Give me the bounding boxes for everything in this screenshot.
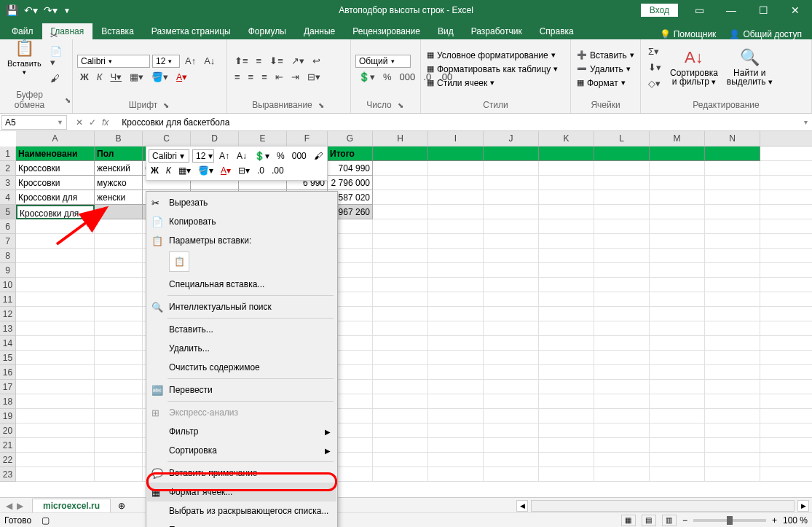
decrease-font-icon[interactable]: A↓ [201, 54, 218, 68]
row-header[interactable]: 6 [0, 219, 16, 234]
cell[interactable] [95, 365, 143, 380]
cell[interactable] [428, 453, 484, 467]
cell[interactable] [594, 219, 650, 234]
mini-bold-button[interactable]: Ж [149, 164, 161, 177]
cell[interactable] [373, 336, 428, 351]
number-launcher-icon[interactable]: ⬊ [396, 101, 405, 109]
font-name-combo[interactable]: Calibri ▾ [77, 55, 150, 68]
cell[interactable] [95, 453, 143, 467]
align-middle-icon[interactable]: ≡ [253, 54, 265, 68]
cell[interactable] [373, 278, 428, 292]
cell[interactable] [373, 292, 428, 307]
cell[interactable] [484, 147, 539, 161]
new-sheet-icon[interactable]: ⊕ [111, 501, 133, 511]
cell[interactable] [539, 351, 594, 365]
menu-define-name[interactable]: Присвоить имя... [147, 520, 336, 527]
cell[interactable] [650, 394, 705, 409]
cell[interactable] [428, 365, 484, 380]
cell[interactable] [95, 438, 143, 453]
column-headers[interactable]: ABCDEFGHIJKLMN [16, 131, 812, 147]
cell[interactable] [95, 278, 143, 292]
cell[interactable] [373, 307, 428, 321]
cell[interactable] [594, 249, 650, 263]
clipboard-launcher-icon[interactable]: ⬊ [63, 96, 72, 104]
cell[interactable] [539, 380, 594, 394]
cell[interactable] [594, 205, 650, 219]
column-header[interactable]: H [373, 131, 428, 146]
find-select-button[interactable]: 🔍 Найти ивыделить ▾ [724, 39, 776, 95]
cell[interactable] [428, 336, 484, 351]
cell[interactable] [95, 307, 143, 321]
menu-sort[interactable]: Сортировка▶ [147, 441, 336, 460]
cell[interactable] [705, 438, 760, 453]
cell[interactable] [539, 336, 594, 351]
orientation-icon[interactable]: ↗▾ [288, 54, 307, 68]
cell[interactable] [95, 263, 143, 278]
cell[interactable] [428, 161, 484, 176]
row-header[interactable]: 10 [0, 278, 16, 292]
cell[interactable] [373, 190, 428, 205]
cell[interactable]: Итого [328, 147, 373, 161]
sheet-nav-next-icon[interactable]: ▶ [17, 501, 23, 511]
menu-clear[interactable]: Очистить содержимое [147, 358, 336, 377]
cell[interactable]: Пол [95, 147, 143, 161]
cell[interactable] [373, 147, 428, 161]
autosum-icon[interactable]: Σ▾ [645, 44, 664, 58]
cell[interactable] [484, 176, 539, 190]
cell[interactable] [16, 292, 95, 307]
cell[interactable] [428, 278, 484, 292]
cancel-icon[interactable]: ✕ [76, 117, 83, 128]
cell[interactable] [594, 409, 650, 423]
tab-insert[interactable]: Вставка [92, 23, 143, 39]
row-header[interactable]: 15 [0, 351, 16, 365]
cell[interactable] [373, 263, 428, 278]
cell[interactable]: Кроссовки [16, 161, 95, 176]
row-header[interactable]: 1 [0, 147, 16, 161]
cell[interactable] [650, 278, 705, 292]
row-header[interactable]: 7 [0, 234, 16, 249]
menu-smart-lookup[interactable]: 🔍Интеллектуальный поиск [147, 297, 336, 316]
cell[interactable] [594, 190, 650, 205]
cell[interactable] [16, 380, 95, 394]
cell[interactable] [705, 336, 760, 351]
mini-percent-icon[interactable]: % [275, 149, 287, 163]
sign-in-button[interactable]: Вход [641, 4, 678, 17]
cell[interactable] [95, 380, 143, 394]
mini-italic-button[interactable]: К [164, 164, 173, 177]
cell[interactable] [16, 409, 95, 423]
row-header[interactable]: 2 [0, 161, 16, 176]
alignment-launcher-icon[interactable]: ⬊ [317, 101, 326, 109]
cell[interactable] [650, 321, 705, 336]
cell[interactable] [428, 351, 484, 365]
cell[interactable] [373, 467, 428, 482]
menu-format-cells[interactable]: ▦Формат ячеек... [147, 483, 336, 501]
cell[interactable] [373, 249, 428, 263]
cell[interactable]: 2 796 000 [328, 176, 373, 190]
sort-filter-button[interactable]: A↓ Сортировкаи фильтр ▾ [667, 39, 721, 95]
cell[interactable] [373, 161, 428, 176]
cell[interactable] [95, 205, 143, 219]
cell[interactable] [16, 234, 95, 249]
cell[interactable] [16, 423, 95, 438]
cell[interactable] [594, 438, 650, 453]
cell[interactable] [650, 336, 705, 351]
mini-inc-decimal-icon[interactable]: .0 [255, 164, 267, 177]
cell[interactable]: Кроссовки [16, 176, 95, 190]
bold-button[interactable]: Ж [77, 70, 92, 84]
cell[interactable] [650, 423, 705, 438]
cell[interactable] [705, 467, 760, 482]
align-left-icon[interactable]: ≡ [232, 70, 243, 84]
cell[interactable] [428, 292, 484, 307]
conditional-formatting-button[interactable]: ▦ Условное форматирование ▾ [425, 50, 559, 61]
mini-borders-icon[interactable]: ▦▾ [176, 164, 193, 177]
cell[interactable] [594, 365, 650, 380]
cell[interactable] [705, 423, 760, 438]
column-header[interactable]: J [484, 131, 539, 146]
cell[interactable] [650, 234, 705, 249]
cell[interactable] [650, 147, 705, 161]
cell[interactable] [428, 205, 484, 219]
cell[interactable] [484, 336, 539, 351]
mini-size-combo[interactable]: 12▾ [192, 149, 214, 163]
mini-font-color-icon[interactable]: A▾ [218, 164, 233, 177]
cell[interactable] [650, 453, 705, 467]
